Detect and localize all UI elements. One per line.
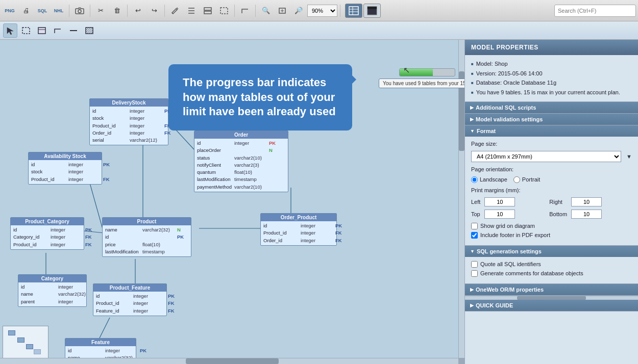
show-grid-checkbox[interactable] [471,223,478,229]
quick-guide-section: QUICK GUIDE [465,300,638,311]
format-section: Format Page size: A4 (210mm x 297mm) A3 … [465,125,638,246]
select-tool-button[interactable] [19,23,33,38]
line-tool-button[interactable] [51,23,65,38]
table-category-header: Category [18,275,86,282]
right-margin-label: Right [549,199,567,205]
table-order-product[interactable]: Order_Product idintegerPK Product_idinte… [260,213,337,246]
minimap-dot-4 [34,349,41,354]
table-product-feature-body: idintegerPK Product_idintegerFK Feature_… [93,292,166,316]
landscape-radio[interactable] [471,176,478,183]
include-footer-checkbox[interactable] [471,232,478,239]
cut-button[interactable]: ✂ [93,3,108,18]
edit-button[interactable] [167,3,183,18]
zoom-control: 90% 50% 75% 100% 125% 150% 200% [307,5,337,17]
table-order[interactable]: Order idintegerPK placeOrderN statusvarc… [194,131,288,192]
search-input[interactable] [554,5,636,17]
top-margin-input[interactable] [484,210,515,219]
svg-rect-7 [220,8,228,14]
left-margin-label: Left [471,199,480,205]
callout-tooltip: The progress bar indicates how many tabl… [168,64,352,131]
model-tables-info: You have 9 tables. 15 is max in your cur… [476,88,620,97]
bottom-margin-label: Bottom [549,211,567,217]
cursor-tool-button[interactable] [3,23,17,38]
quote-sql-label: Quote all SQL identifiers [480,261,541,267]
left-margin-input[interactable] [484,197,515,206]
undo-button[interactable]: ↩ [130,3,145,18]
table-category[interactable]: Category idintegerPK namevarchar2(32) pa… [18,274,87,307]
model-info: Model: Shop Version: 2015-05-06 14:00 Da… [471,59,632,97]
redo-button[interactable]: ↪ [146,3,162,18]
png-button[interactable]: PNG [2,3,17,18]
model-version: Version: 2015-05-06 14:00 [476,69,543,79]
table-product-category[interactable]: Product_Category idintegerPK Category_id… [10,217,84,250]
panel-hscroll[interactable] [465,296,638,300]
minimap[interactable] [3,326,48,361]
table-deliverystock[interactable]: DeliveryStock idintegerPK stockinteger P… [89,98,168,145]
bottom-margin-input[interactable] [571,210,602,219]
landscape-label-text: Landscape [480,176,507,183]
delete-button[interactable]: 🗑 [109,3,125,18]
camera-button[interactable] [72,3,87,18]
oneweb-header[interactable]: OneWeb OR/M properties [465,284,638,295]
svg-rect-5 [204,8,211,10]
table-product-feature[interactable]: Product_Feature idintegerPK Product_idin… [93,283,167,316]
panel-hscroll-thumb[interactable] [517,296,586,300]
sep5 [234,5,235,17]
table-category-body: idintegerPK namevarchar2(32) parentinteg… [18,282,86,306]
model-validation-header[interactable]: Model validation settings [465,114,638,125]
svg-rect-6 [204,11,211,14]
table-product-header: Product [103,218,191,225]
canvas-hscroll[interactable] [0,358,464,364]
quick-guide-header[interactable]: QUICK GUIDE [465,300,638,311]
portrait-radio[interactable] [513,176,520,183]
print-button[interactable]: 🖨 [18,3,34,18]
view-table-button[interactable] [345,4,362,18]
generate-comments-row: Generate comments for database objects [471,270,632,277]
table-availabilitystock-header: Availability Stock [29,152,102,160]
table-product[interactable]: Product namevarchar2(32)N idPK pricefloa… [102,217,191,257]
sep1 [69,5,69,17]
right-margin-input[interactable] [571,197,602,206]
right-panel: MODEL PROPERTIES Model: Shop Version: 20… [464,40,638,364]
additional-sql-section: Additional SQL scripts [465,102,638,114]
model-database-row: Database: Oracle Database 11g [471,78,632,88]
svg-rect-18 [22,28,30,34]
svg-rect-22 [86,28,93,34]
zoom-select[interactable]: 90% 50% 75% 100% 125% 150% 200% [307,5,337,17]
search-zoom-button[interactable]: 🔍 [258,3,274,18]
pattern-tool-button[interactable] [82,23,96,38]
quote-sql-checkbox[interactable] [471,261,478,268]
portrait-label-text: Portrait [522,176,540,183]
resize-handle[interactable] [458,358,464,364]
diagram-canvas[interactable]: DeliveryStock idintegerPK stockinteger P… [0,40,464,364]
table-deliverystock-header: DeliveryStock [90,99,168,107]
align-button[interactable] [200,3,215,18]
hscroll-thumb[interactable] [186,358,279,364]
select-rect-button[interactable] [216,3,232,18]
table-tool-button[interactable] [35,23,49,38]
table-feature-header: Feature [65,339,136,346]
hline-tool-button[interactable] [66,23,81,38]
table-availabilitystock[interactable]: Availability Stock idintegerPK stockinte… [28,152,102,185]
connect-button[interactable] [237,3,253,18]
minimap-dot-2 [17,337,24,343]
table-order-header: Order [194,131,288,139]
generate-comments-checkbox[interactable] [471,270,478,277]
list-button[interactable] [184,3,199,18]
include-footer-row: Include footer in PDF export [471,232,632,239]
page-size-select-row: A4 (210mm x 297mm) A3 (297mm x 420mm) Le… [471,151,632,162]
table-product-category-header: Product_Category [11,218,84,225]
page-size-select[interactable]: A4 (210mm x 297mm) A3 (297mm x 420mm) Le… [471,151,621,162]
landscape-radio-label[interactable]: Landscape [471,176,507,183]
additional-sql-header[interactable]: Additional SQL scripts [465,102,638,113]
show-grid-row: Show grid on diagram [471,223,632,229]
sql-generation-header[interactable]: SQL generation settings [465,246,638,257]
portrait-radio-label[interactable]: Portrait [513,176,540,183]
zoom-out-button[interactable]: 🔎 [291,3,306,18]
format-header[interactable]: Format [465,125,638,137]
sql-button[interactable]: SQL [35,3,50,18]
oneweb-label: OneWeb OR/M properties [476,287,544,293]
fit-button[interactable] [275,3,290,18]
nhl-button[interactable]: NHL [51,3,66,18]
view-dark-button[interactable] [363,4,381,18]
